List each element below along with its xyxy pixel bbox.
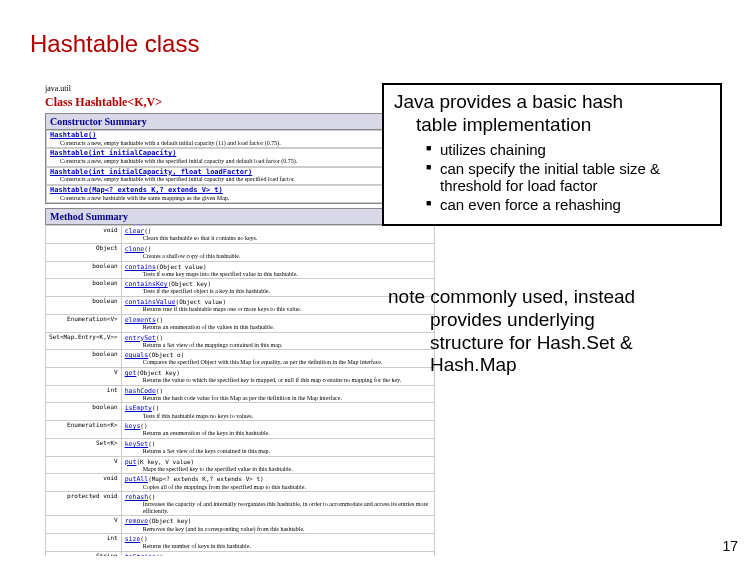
textbox-bullet-list: utilizes chaining can specify the initia…	[394, 141, 710, 214]
method-name: put	[125, 458, 137, 466]
method-cell: put(K key, V value)Maps the specified ke…	[121, 456, 434, 474]
method-params: (Object key)	[136, 369, 179, 376]
method-cell: keys()Returns an enumeration of the keys…	[121, 421, 434, 439]
method-description: Returns a Set view of the mappings conta…	[125, 342, 431, 349]
note-line: Hash.Map	[388, 354, 723, 377]
method-params: ()	[148, 440, 155, 447]
method-name: containsKey	[125, 280, 168, 288]
note-line: structure for Hash.Set &	[388, 332, 723, 355]
method-description: Returns the value to which the specified…	[125, 377, 431, 384]
method-row: intsize()Returns the number of keys in t…	[46, 534, 435, 552]
method-cell: keySet()Returns a Set view of the keys c…	[121, 438, 434, 456]
method-name: toString	[125, 553, 156, 556]
note-line: provides underlying	[388, 309, 723, 332]
method-name: rehash	[125, 493, 148, 501]
method-name: keySet	[125, 440, 148, 448]
method-description: Removes the key (and its corresponding v…	[125, 526, 431, 533]
method-row: inthashCode()Returns the hash code value…	[46, 385, 435, 403]
method-row: Enumeration<V>elements()Returns an enume…	[46, 314, 435, 332]
method-name: clone	[125, 245, 145, 253]
method-description: Returns the number of keys in this hasht…	[125, 543, 431, 550]
method-description: Returns the hash code value for this Map…	[125, 395, 431, 402]
method-params: (Object key)	[148, 517, 191, 524]
method-return-type: boolean	[46, 261, 122, 279]
constructor-description: Constructs a new, empty hashtable with a…	[50, 140, 430, 147]
method-params: ()	[140, 535, 147, 542]
method-description: Returns an enumeration of the keys in th…	[125, 430, 431, 437]
method-params: ()	[156, 334, 163, 341]
method-return-type: int	[46, 385, 122, 403]
textbox-bullet: can even force a rehashing	[426, 196, 710, 213]
slide-title: Hashtable class	[30, 30, 199, 58]
method-params: ()	[156, 387, 163, 394]
method-params: ()	[148, 493, 155, 500]
method-return-type: int	[46, 534, 122, 552]
note-line: note commonly used, instead	[388, 286, 723, 309]
method-return-type: Enumeration<K>	[46, 421, 122, 439]
constructor-signature: Hashtable()	[50, 131, 96, 139]
constructor-row: Hashtable(int initialCapacity, float loa…	[46, 167, 434, 185]
method-params: ()	[156, 553, 163, 556]
package-label: java.util	[45, 85, 435, 94]
method-cell: remove(Object key)Removes the key (and i…	[121, 516, 434, 534]
constructor-signature: Hashtable(Map<? extends K,? extends V> t…	[50, 186, 223, 194]
method-row: Enumeration<K>keys()Returns an enumerati…	[46, 421, 435, 439]
method-params: (Object value)	[176, 298, 227, 305]
method-name: putAll	[125, 475, 148, 483]
method-row: Vget(Object key)Returns the value to whi…	[46, 367, 435, 385]
method-params: (Object o)	[148, 351, 184, 358]
method-description: Clears this hashtable so that it contain…	[125, 235, 431, 242]
method-row: Vput(K key, V value)Maps the specified k…	[46, 456, 435, 474]
method-return-type: V	[46, 456, 122, 474]
method-description: Tests if some key maps into the specifie…	[125, 271, 431, 278]
method-row: StringtoString()Returns a string represe…	[46, 551, 435, 556]
method-params: (Object value)	[156, 263, 207, 270]
method-params: ()	[144, 245, 151, 252]
method-row: Set<K>keySet()Returns a Set view of the …	[46, 438, 435, 456]
constructor-row: Hashtable(int initialCapacity)Constructs…	[46, 148, 434, 166]
method-cell: clear()Clears this hashtable so that it …	[121, 226, 434, 244]
method-params: ()	[144, 227, 151, 234]
method-description: Copies all of the mappings from the spec…	[125, 484, 431, 491]
method-name: clear	[125, 227, 145, 235]
constructor-description: Constructs a new hashtable with the same…	[50, 195, 430, 202]
constructor-signature: Hashtable(int initialCapacity, float loa…	[50, 168, 252, 176]
note-text: note commonly used, instead provides und…	[388, 286, 723, 377]
method-return-type: void	[46, 226, 122, 244]
constructor-signature: Hashtable(int initialCapacity)	[50, 149, 176, 157]
page-number: 17	[722, 538, 738, 554]
method-cell: toString()Returns a string representatio…	[121, 551, 434, 556]
textbox-bullet: can specify the initial table size & thr…	[426, 160, 710, 195]
method-summary-header: Method Summary	[45, 208, 435, 225]
method-row: booleancontains(Object value)Tests if so…	[46, 261, 435, 279]
textbox-bullet: utilizes chaining	[426, 141, 710, 158]
method-description: Returns a Set view of the keys contained…	[125, 448, 431, 455]
method-name: size	[125, 535, 141, 543]
method-name: entrySet	[125, 334, 156, 342]
method-description: Returns true if this hashtable maps one …	[125, 306, 431, 313]
method-row: voidclear()Clears this hashtable so that…	[46, 226, 435, 244]
method-description: Compares the specified Object with this …	[125, 359, 431, 366]
method-description: Tests if the specified object is a key i…	[125, 288, 431, 295]
method-description: Tests if this hashtable maps no keys to …	[125, 413, 431, 420]
method-return-type: V	[46, 367, 122, 385]
method-return-type: Set<K>	[46, 438, 122, 456]
method-row: Vremove(Object key)Removes the key (and …	[46, 516, 435, 534]
method-params: (K key, V value)	[136, 458, 194, 465]
method-return-type: Set<Map.Entry<K,V>>	[46, 332, 122, 350]
method-row: booleanisEmpty()Tests if this hashtable …	[46, 403, 435, 421]
method-cell: contains(Object value)Tests if some key …	[121, 261, 434, 279]
method-return-type: boolean	[46, 297, 122, 315]
method-cell: isEmpty()Tests if this hashtable maps no…	[121, 403, 434, 421]
method-row: booleanequals(Object o)Compares the spec…	[46, 350, 435, 368]
constructor-description: Constructs a new, empty hashtable with t…	[50, 158, 430, 165]
method-name: get	[125, 369, 137, 377]
constructor-row: Hashtable()Constructs a new, empty hasht…	[46, 130, 434, 148]
method-return-type: Enumeration<V>	[46, 314, 122, 332]
method-description: Returns an enumeration of the values in …	[125, 324, 431, 331]
method-name: isEmpty	[125, 404, 152, 412]
method-name: keys	[125, 422, 141, 430]
method-name: remove	[125, 517, 148, 525]
method-return-type: boolean	[46, 403, 122, 421]
method-return-type: protected void	[46, 492, 122, 516]
